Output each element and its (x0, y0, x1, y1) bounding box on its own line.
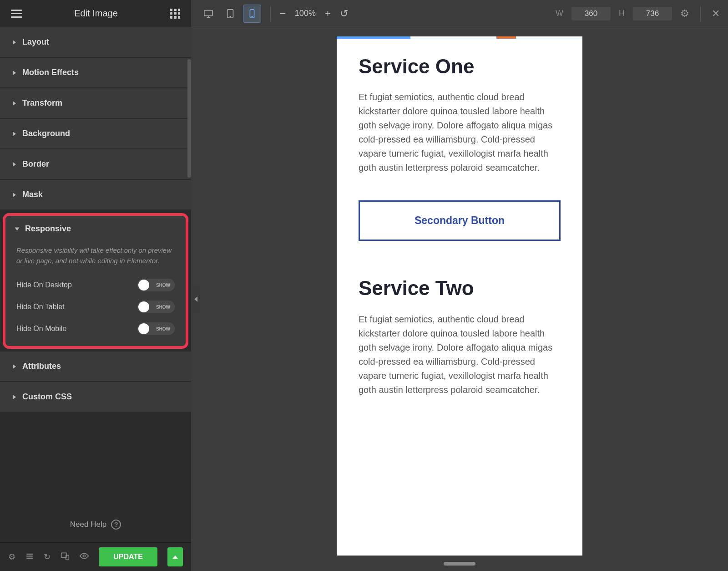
zoom-out-button[interactable]: − (280, 8, 286, 20)
caret-down-icon (15, 227, 20, 230)
height-label: H (619, 9, 625, 18)
width-label: W (556, 9, 563, 18)
svg-rect-2 (26, 557, 33, 558)
device-buttons (199, 5, 261, 23)
caret-right-icon (13, 71, 16, 75)
section-responsive-label: Responsive (25, 224, 71, 234)
hide-on-desktop-label: Hide On Desktop (16, 281, 72, 289)
section-layout-label: Layout (22, 37, 49, 47)
service-one-title: Service One (359, 56, 561, 77)
preview-icon[interactable] (80, 551, 89, 563)
footer-bar: ⚙ ↻ UPDATE (0, 542, 191, 571)
section-mask-label: Mask (22, 190, 43, 199)
topbar-right: W H ⚙ ✕ (556, 6, 720, 21)
section-border[interactable]: Border (0, 149, 191, 180)
panel-title: Edit Image (74, 8, 118, 19)
service-two-title: Service Two (359, 277, 561, 299)
settings-icon[interactable]: ⚙ (8, 552, 15, 562)
hide-on-mobile-row: Hide On Mobile SHOW (5, 318, 186, 340)
section-attributes-label: Attributes (22, 362, 61, 371)
topbar-divider (270, 6, 271, 21)
sidebar-scrollbar[interactable] (187, 59, 191, 178)
svg-point-8 (230, 16, 230, 16)
widgets-grid-icon[interactable] (170, 9, 180, 19)
responsive-highlight: Responsive Responsive visibility will ta… (3, 213, 188, 349)
svg-rect-0 (26, 553, 33, 554)
section-motion-effects-label: Motion Effects (22, 68, 79, 77)
section-mask[interactable]: Mask (0, 180, 191, 210)
bottom-drag-handle[interactable] (444, 562, 475, 566)
svg-point-10 (252, 16, 252, 16)
topbar-divider (700, 6, 701, 21)
hide-on-desktop-toggle[interactable]: SHOW (137, 279, 175, 291)
device-desktop-button[interactable] (199, 5, 217, 23)
need-help-link[interactable]: Need Help ? (0, 507, 191, 542)
need-help-label: Need Help (70, 520, 106, 529)
close-icon[interactable]: ✕ (712, 8, 720, 20)
section-layout[interactable]: Layout (0, 27, 191, 58)
caret-right-icon (13, 364, 16, 369)
section-transform[interactable]: Transform (0, 88, 191, 119)
collapse-sidebar-handle[interactable] (191, 286, 200, 313)
caret-right-icon (13, 162, 16, 167)
caret-right-icon (13, 193, 16, 197)
section-motion-effects[interactable]: Motion Effects (0, 58, 191, 88)
section-border-label: Border (22, 159, 49, 169)
sidebar-header: Edit Image (0, 0, 191, 27)
sidebar-body: Layout Motion Effects Transform Backgrou… (0, 27, 191, 507)
navigator-icon[interactable] (25, 552, 34, 562)
zoom-reset-button[interactable]: ↺ (340, 8, 348, 20)
topbar: − 100% + ↺ W H ⚙ ✕ (191, 0, 728, 27)
section-background[interactable]: Background (0, 119, 191, 149)
caret-right-icon (13, 395, 16, 399)
mobile-preview: Service One Et fugiat semiotics, authent… (337, 36, 582, 556)
preview-top-border (337, 36, 582, 39)
main-area: − 100% + ↺ W H ⚙ ✕ Service One Et fugiat… (191, 0, 728, 571)
svg-point-5 (83, 555, 86, 557)
history-icon[interactable]: ↻ (44, 552, 51, 562)
toggle-state-text: SHOW (156, 326, 170, 331)
svg-rect-6 (204, 10, 212, 15)
hide-on-mobile-toggle[interactable]: SHOW (137, 322, 175, 335)
section-background-label: Background (22, 129, 70, 138)
secondary-button[interactable]: Secondary Button (359, 200, 561, 241)
width-input[interactable] (571, 7, 611, 20)
service-one-desc: Et fugiat semiotics, authentic cloud bre… (359, 90, 561, 175)
section-attributes[interactable]: Attributes (0, 352, 191, 382)
hamburger-icon[interactable] (11, 10, 22, 18)
canvas-area: Service One Et fugiat semiotics, authent… (191, 27, 728, 571)
sidebar-footer: Need Help ? ⚙ ↻ UPDATE (0, 507, 191, 571)
zoom-in-button[interactable]: + (325, 8, 331, 20)
service-two-desc: Et fugiat semiotics, authentic cloud bre… (359, 312, 561, 397)
section-custom-css[interactable]: Custom CSS (0, 382, 191, 413)
hide-on-desktop-row: Hide On Desktop SHOW (5, 274, 186, 296)
section-responsive[interactable]: Responsive (5, 216, 186, 242)
caret-right-icon (13, 132, 16, 136)
hide-on-tablet-label: Hide On Tablet (16, 303, 65, 311)
caret-right-icon (13, 101, 16, 106)
toggle-state-text: SHOW (156, 283, 170, 288)
responsive-mode-icon[interactable] (61, 551, 70, 563)
zoom-level: 100% (295, 9, 316, 18)
svg-rect-1 (26, 556, 33, 556)
gear-icon[interactable]: ⚙ (680, 8, 689, 20)
zoom-controls: − 100% + ↺ (280, 8, 348, 20)
device-tablet-button[interactable] (221, 5, 239, 23)
device-mobile-button[interactable] (243, 5, 261, 23)
hide-on-tablet-toggle[interactable]: SHOW (137, 301, 175, 313)
responsive-note: Responsive visibility will take effect o… (5, 242, 186, 274)
toggle-state-text: SHOW (156, 305, 170, 310)
help-icon: ? (111, 520, 121, 530)
hide-on-mobile-label: Hide On Mobile (16, 325, 66, 333)
update-button[interactable]: UPDATE (99, 547, 157, 566)
caret-right-icon (13, 40, 16, 45)
section-transform-label: Transform (22, 98, 62, 108)
sidebar-panel: Edit Image Layout Motion Effects Transfo… (0, 0, 191, 571)
height-input[interactable] (633, 7, 672, 20)
section-custom-css-label: Custom CSS (22, 392, 72, 402)
hide-on-tablet-row: Hide On Tablet SHOW (5, 296, 186, 318)
update-options-button[interactable] (167, 547, 183, 566)
